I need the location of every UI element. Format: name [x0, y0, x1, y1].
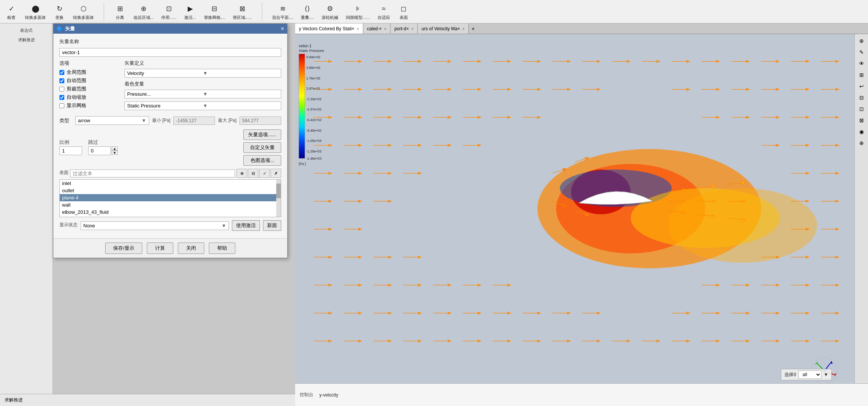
toolbar-gap-btn[interactable]: ⊧ 间隙模型...… [344, 2, 372, 21]
toolbar-replace-mesh-label: 替换网格.... [204, 15, 225, 20]
svg-text:-2.33e+02: -2.33e+02 [306, 97, 322, 101]
toolbar-activate-label: 激活... [184, 15, 196, 20]
surface-tool-3[interactable]: ✓ [259, 169, 270, 178]
vector-def-col: 矢量定义 Velocity ▼ 着色变量 Pressure... ▼ Stati… [124, 60, 281, 113]
right-icon-9[interactable]: ◉ [856, 126, 867, 137]
surface-item-wall[interactable]: wall [60, 201, 281, 208]
right-icon-4[interactable]: ⊞ [856, 70, 867, 80]
tab-bar: y Vectors Colored By Stati× × caled·× × … [295, 23, 868, 34]
left-sidebar-item-solve[interactable]: 求解推进 [15, 36, 38, 44]
toolbar-convert-btn[interactable]: ⬡ 转换多面体 [71, 2, 96, 21]
tab-port-close[interactable]: × [411, 26, 414, 31]
compute-btn[interactable]: 计算 [147, 243, 173, 254]
tab-scaled[interactable]: caled·× × [363, 23, 390, 34]
toolbar-mixing-label: 混合平面.... [272, 15, 293, 20]
left-sidebar-item-expr[interactable]: 表达式 [17, 26, 36, 34]
toolbar-nearby-btn[interactable]: ⊕ 临近区域... [131, 2, 156, 21]
toolbar-replace-zone-btn[interactable]: ⊠ 替区域...... [230, 2, 254, 21]
skip-down-btn[interactable]: ▼ [112, 151, 118, 155]
min-input[interactable] [173, 117, 215, 125]
close-btn[interactable]: 关闭 [178, 243, 204, 254]
show-grid-checkbox[interactable] [59, 103, 64, 108]
type-dropdown[interactable]: arrow ▼ [75, 116, 149, 125]
tab-velocity[interactable]: urs of Velocity Ma× × [418, 23, 469, 34]
clip-range-checkbox[interactable] [59, 87, 64, 92]
dialog-close-button[interactable]: × [281, 25, 284, 32]
auto-range-checkbox[interactable] [59, 78, 64, 83]
use-active-btn[interactable]: 使用激活 [232, 220, 260, 231]
new-surface-btn[interactable]: 新面 [263, 220, 281, 231]
right-icon-2[interactable]: ✎ [856, 47, 867, 58]
toolbar-surface-btn[interactable]: ◻ 表面 [395, 2, 412, 21]
toolbar-stop-btn[interactable]: ⊡ 停用...... [159, 2, 179, 21]
auto-scale-checkbox[interactable] [59, 95, 64, 100]
right-icon-8[interactable]: ⊠ [856, 115, 867, 126]
toolbar-turbine-btn[interactable]: ⚙ 滚轮机械 [319, 2, 341, 21]
svg-rect-283 [299, 54, 305, 159]
min-label: 最小 [Pa] [152, 117, 171, 124]
surface-item-outlet[interactable]: outlet [60, 187, 281, 194]
selection-dropdown[interactable]: all [798, 370, 821, 379]
skip-input[interactable] [88, 146, 111, 155]
toolbar-mixing-btn[interactable]: ≋ 混合平面.... [270, 2, 296, 21]
toolbar-activate-btn[interactable]: ▶ 激活... [182, 2, 199, 21]
right-icon-10[interactable]: ⊕ [856, 138, 867, 148]
surface-item-elbow[interactable]: elbow_2013_43_fluid [60, 208, 281, 216]
svg-text:1.76e+02: 1.76e+02 [306, 76, 320, 80]
name-input-row [59, 48, 281, 57]
right-icon-1[interactable]: ⊕ [856, 36, 867, 46]
svg-text:3.80e+02: 3.80e+02 [306, 66, 320, 70]
right-icon-5[interactable]: ↩ [856, 81, 867, 92]
surface-tool-2[interactable]: ⊟ [248, 169, 258, 178]
type-arrow-icon: ▼ [142, 118, 146, 123]
color-var-dropdown[interactable]: Pressure... ▼ [124, 90, 281, 98]
max-input[interactable] [240, 117, 281, 125]
tab-port[interactable]: port-d× × [390, 23, 418, 34]
toolbar-transform-label: 变换 [55, 15, 64, 20]
right-icon-7[interactable]: ⊡ [856, 104, 867, 114]
vector-options-btn[interactable]: 矢量选项...... [243, 129, 281, 140]
console-title: 控制台 [300, 392, 313, 398]
vector-def-dropdown[interactable]: Velocity ▼ [124, 69, 281, 78]
tab-add-btn[interactable]: ▾ [469, 25, 478, 33]
scale-input[interactable] [59, 146, 82, 155]
color-sub-dropdown[interactable]: Static Pressure ▼ [124, 101, 281, 110]
toolbar-check-btn[interactable]: ✓ 检查 [3, 2, 20, 21]
toolbar-separate-btn[interactable]: ⊞ 分离 [112, 2, 128, 21]
tab-vectors[interactable]: y Vectors Colored By Stati× × [295, 23, 363, 34]
colormap-options-btn[interactable]: 色图选项... [243, 155, 281, 166]
svg-text:-8.45e+02: -8.45e+02 [306, 129, 322, 132]
surface-item-plane4[interactable]: plane-4 [60, 194, 281, 201]
toolbar-replace-zone-label: 替区域...... [233, 15, 252, 20]
display-state-dropdown[interactable]: None ▼ [81, 221, 229, 230]
stop-icon: ⊡ [163, 3, 175, 15]
surface-tool-4[interactable]: ✗ [271, 169, 281, 178]
name-input[interactable] [59, 48, 281, 57]
custom-vector-btn[interactable]: 自定义矢量 [243, 142, 281, 153]
help-btn[interactable]: 帮助 [209, 243, 235, 254]
tab-vectors-close[interactable]: × [356, 26, 359, 31]
toolbar-adaptive-btn[interactable]: ≈ 自适应 [375, 2, 392, 21]
list-scrollbar-thumb [276, 184, 281, 198]
toolbar-transform-btn[interactable]: ↻ 变换 [51, 2, 68, 21]
tab-velocity-close[interactable]: × [462, 26, 465, 31]
skip-up-btn[interactable]: ▲ [112, 146, 118, 151]
tab-scaled-close[interactable]: × [384, 26, 386, 31]
surface-filter[interactable] [70, 170, 235, 177]
list-scrollbar[interactable] [276, 180, 281, 217]
toolbar-stop-label: 停用...... [161, 15, 176, 20]
right-icon-3[interactable]: 👁 [856, 58, 867, 69]
right-icon-6[interactable]: ⊟ [856, 92, 867, 103]
save-display-btn[interactable]: 保存/显示 [105, 243, 142, 254]
auto-range-label: 自动范围 [67, 77, 86, 84]
surface-tool-1[interactable]: ⊕ [236, 169, 247, 178]
global-range-checkbox[interactable] [59, 70, 64, 75]
status-text: 求解推进 [5, 397, 23, 403]
skip-input-row: ▲ ▼ [88, 146, 118, 155]
main-area: 表达式 求解推进 🔷 矢量 × 矢量名称 选项 [0, 23, 868, 406]
toolbar-replace-mesh-btn[interactable]: ⊟ 替换网格.... [202, 2, 227, 21]
toolbar-overlap-btn[interactable]: ⟨⟩ 重叠.... [299, 2, 316, 21]
overlap-icon: ⟨⟩ [301, 3, 313, 15]
toolbar-quality-btn[interactable]: ⬤ 转换多面体 [23, 2, 48, 21]
surface-item-inlet[interactable]: inlet [60, 180, 281, 187]
